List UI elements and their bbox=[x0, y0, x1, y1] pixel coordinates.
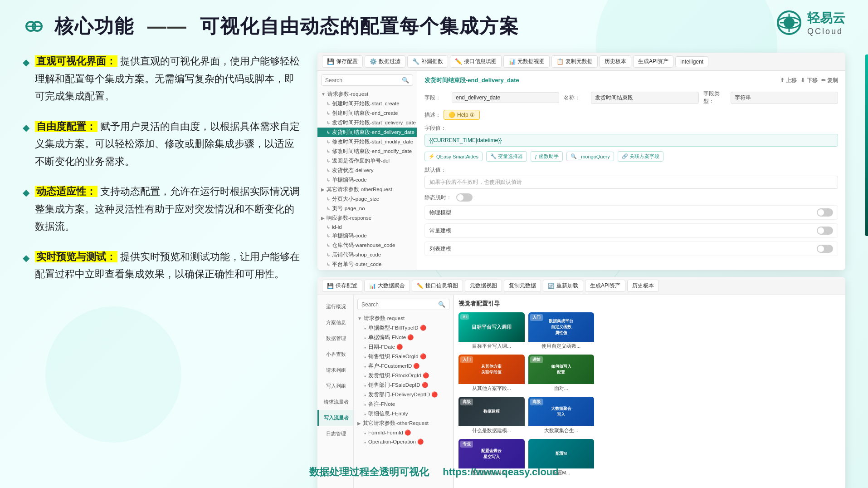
tree-item-outer-code[interactable]: ↳ 平台单号-outer_code bbox=[317, 260, 417, 269]
tree-item-id[interactable]: ↳ id-id bbox=[317, 223, 417, 231]
default-input-field[interactable]: 如果字段若不生效时，也使用默认值请 bbox=[424, 176, 838, 189]
tree-item-code[interactable]: ↳ 单据编码-code bbox=[317, 175, 417, 185]
nav-request-list[interactable]: 请求列组 bbox=[317, 362, 353, 378]
tree-item-end-delivery[interactable]: ↳ 发货时间结束段-end_delivery_date bbox=[317, 128, 417, 137]
bottom-toolbar-save[interactable]: 💾 保存配置 bbox=[322, 280, 362, 292]
tree-item-resp-code[interactable]: ↳ 单据编码-code bbox=[317, 231, 417, 241]
nav-request-flow[interactable]: 请求流量者 bbox=[317, 394, 353, 410]
toolbar-supplement[interactable]: 🔧 补漏据数 bbox=[407, 55, 448, 68]
bottom-tree-fsaledep[interactable]: ↳ 销售部门-FSaleDepID 🔴 bbox=[354, 380, 453, 390]
guide-card-img-3: 进阶 如何做写入配置 bbox=[528, 355, 595, 384]
nav-data-mgmt[interactable]: 数据管理 bbox=[317, 330, 353, 346]
bottom-tree-fsaleorgid[interactable]: ↳ 销售组织-FSaleOrgId 🔴 bbox=[354, 352, 453, 361]
tree-item-start-modify[interactable]: ↳ 修改时间开始段-start_modify_date bbox=[317, 137, 417, 147]
detail-actions: ⬆ 上移 ⬇ 下移 ✏ 复制 bbox=[780, 77, 838, 84]
toggle-physical-switch[interactable] bbox=[817, 208, 833, 217]
highlight-2: 自由度配置： bbox=[35, 121, 98, 132]
tree-item-response[interactable]: ▶ 响应参数-response bbox=[317, 213, 417, 223]
guide-card-label-0: 目标平台写入调... bbox=[458, 342, 525, 351]
screenshots-area: 💾 保存配置 ⚙️ 数据过滤 🔧 补漏据数 ✏️ 接口信息填图 📊 元 bbox=[317, 53, 845, 488]
tree-item-shop[interactable]: ↳ 店铺代码-shop_code bbox=[317, 250, 417, 260]
guide-card-img-6: 专业 配置金蝶云星空写入 bbox=[458, 439, 525, 468]
guide-card-0[interactable]: AI 目标平台写入调用 目标平台写入调... bbox=[458, 312, 525, 351]
field-name-row: 字段： end_delivery_date 名称： 发货时间结束段 字段类型： … bbox=[424, 90, 838, 105]
tree-item-warehouse[interactable]: ↳ 仓库代码-warehouse_code bbox=[317, 241, 417, 250]
field-value-display[interactable]: {{CURRENT_TIME|datetime}} bbox=[424, 134, 838, 147]
bottom-toolbar-api[interactable]: 生成API资产 bbox=[585, 280, 625, 292]
tool-mongo-query[interactable]: 🔍 _mongoQuery bbox=[566, 152, 614, 161]
bottom-toolbar-copy-meta[interactable]: 复制元数据 bbox=[504, 280, 541, 292]
guide-card-2[interactable]: 入门 从其他方案关联学段值 从其他方案字段... bbox=[458, 355, 525, 393]
guide-grid: AI 目标平台写入调用 目标平台写入调... 入门 数据集成平台自定义函数属性值… bbox=[458, 312, 594, 478]
bottom-toolbar-metadata[interactable]: 元数据视图 bbox=[465, 280, 502, 292]
tree-item-start-create[interactable]: ↳ 创建时间开始段-start_create bbox=[317, 99, 417, 108]
tool-function[interactable]: ƒ 函数助手 bbox=[531, 151, 563, 162]
nav-run-overview[interactable]: 运行概况 bbox=[317, 299, 353, 315]
tree-item-page-size[interactable]: ↳ 分页大小-page_size bbox=[317, 194, 417, 204]
tree-item-delivery[interactable]: ↳ 发货状态-delivery bbox=[317, 166, 417, 175]
tool-var-selector[interactable]: 🔧 变量选择器 bbox=[486, 151, 527, 162]
toolbar-history[interactable]: 历史板本 bbox=[600, 55, 631, 68]
tree-item-other-request[interactable]: ▶ 其它请求参数-otherRequest bbox=[317, 185, 417, 194]
header: 核心功能 —— 可视化自由动态的配置每个集成方案 轻易云 QCloud bbox=[0, 0, 868, 48]
save-icon: 💾 bbox=[327, 58, 334, 65]
guide-card-3[interactable]: 进阶 如何做写入配置 面对... bbox=[528, 355, 595, 393]
bottom-tree-fcustomer[interactable]: ↳ 客户-FCustomerID 🔴 bbox=[354, 361, 453, 371]
top-panel: 💾 保存配置 ⚙️ 数据过滤 🔧 补漏据数 ✏️ 接口信息填图 📊 元 bbox=[317, 53, 845, 270]
bottom-tree-fbilltype[interactable]: ↳ 单据类型-FBillTypeID 🔴 bbox=[354, 323, 453, 333]
bullet-diamond-4: ◆ bbox=[23, 250, 29, 266]
toggle-static-switch[interactable] bbox=[456, 193, 473, 202]
bottom-toolbar-history[interactable]: 历史板本 bbox=[627, 280, 659, 292]
toolbar-save-config[interactable]: 💾 保存配置 bbox=[322, 55, 363, 68]
toggle-constant-switch[interactable] bbox=[817, 227, 833, 235]
toolbar-metadata-view[interactable]: 📊 元数据视图 bbox=[503, 55, 550, 68]
guide-card-1[interactable]: 入门 数据集成平台自定义函数属性值 使用自定义函数... bbox=[528, 312, 595, 351]
toolbar-data-filter[interactable]: ⚙️ 数据过滤 bbox=[365, 55, 405, 68]
bottom-tree-request[interactable]: ▼ 请求参数-request bbox=[354, 314, 453, 323]
tree-item-page-no[interactable]: ↳ 页号-page_no bbox=[317, 204, 417, 213]
bottom-toolbar-reload[interactable]: 🔄 重新加载 bbox=[543, 280, 583, 292]
nav-write-flow[interactable]: 写入流量者 bbox=[317, 410, 353, 426]
bottom-search-box[interactable]: 🔍 bbox=[357, 299, 449, 310]
toolbar-api-asset[interactable]: 生成API资产 bbox=[633, 55, 673, 68]
nav-write-list[interactable]: 写入列组 bbox=[317, 378, 353, 394]
bottom-search-input[interactable] bbox=[361, 301, 438, 308]
bottom-tree-fnote[interactable]: ↳ 单据编码-FNote 🔴 bbox=[354, 333, 453, 342]
guide-card-img-0: AI 目标平台写入调用 bbox=[458, 312, 525, 342]
tool-related-field[interactable]: 🔗 关联方案字段 bbox=[618, 151, 663, 162]
tree-item-end-modify[interactable]: ↳ 修改时间结束段-end_modify_date bbox=[317, 147, 417, 156]
move-up-action[interactable]: ⬆ 上移 bbox=[780, 77, 797, 84]
toggle-list-switch[interactable] bbox=[817, 245, 833, 253]
top-search-input[interactable] bbox=[325, 77, 402, 84]
bottom-tree-fentity[interactable]: ↳ 明细信息-FEntity bbox=[354, 409, 453, 419]
tree-item-start-delivery[interactable]: ↳ 发货时间开始段-start_delivery_date bbox=[317, 118, 417, 128]
bottom-tree-fdate[interactable]: ↳ 日期-FDate 🔴 bbox=[354, 342, 453, 352]
move-down-action[interactable]: ⬇ 下移 bbox=[800, 77, 817, 84]
bullet-item-3: ◆ 动态适应性： 支持动态配置，允许在运行时根据实际情况调整集成方案。这种灵活性… bbox=[23, 183, 304, 236]
bottom-tree-fnote2[interactable]: ↳ 备注-FNote bbox=[354, 399, 453, 409]
bottom-toolbar-interface[interactable]: ✏️ 接口信息填图 bbox=[412, 280, 463, 292]
guide-card-4[interactable]: 高级 数据建模 什么是数据建模... bbox=[458, 397, 525, 435]
tool-smart-aids[interactable]: ⚡ QEasy SmartAides bbox=[424, 152, 483, 161]
copy-action[interactable]: ✏ 复制 bbox=[821, 77, 838, 84]
guide-card-5[interactable]: 高级 大数据聚合写入 大数聚集合生... bbox=[528, 397, 595, 435]
tools-row: ⚡ QEasy SmartAides 🔧 变量选择器 ƒ 函数助手 🔍 bbox=[424, 151, 838, 162]
bottom-tree-fdeliverydept[interactable]: ↳ 发货部门-FDeliveryDeptID 🔴 bbox=[354, 390, 453, 399]
bottom-toolbar-big-data[interactable]: 📊 大数据聚合 bbox=[364, 280, 410, 292]
tree-item-request[interactable]: ▼ 请求参数-request bbox=[317, 89, 417, 99]
toolbar-copy-metadata[interactable]: 📋 复制元数据 bbox=[551, 55, 598, 68]
nav-log-mgmt[interactable]: 日志管理 bbox=[317, 426, 353, 442]
bottom-tree-other-request[interactable]: ▶ 其它请求参数-otherRequest bbox=[354, 419, 453, 428]
nav-small-query[interactable]: 小界查数 bbox=[317, 346, 353, 362]
tree-item-print[interactable]: ↳ 打印状态-print bbox=[317, 269, 417, 270]
toolbar-interface-info[interactable]: ✏️ 接口信息填图 bbox=[450, 55, 502, 68]
tree-item-del[interactable]: ↳ 返回是否作废的单号-del bbox=[317, 156, 417, 166]
top-search-box[interactable]: 🔍 bbox=[321, 74, 413, 86]
tree-item-end-create[interactable]: ↳ 创建时间结束段-end_create bbox=[317, 108, 417, 118]
bottom-tree-formid[interactable]: ↳ FormId-FormId 🔴 bbox=[354, 428, 453, 437]
footer-url: https://www.qeasy.cloud bbox=[443, 466, 558, 478]
bottom-tree-operation[interactable]: ↳ Operation-Operation 🔴 bbox=[354, 437, 453, 446]
bottom-tree-fstockorg[interactable]: ↳ 发货组织-FStockOrgId 🔴 bbox=[354, 371, 453, 380]
nav-plan-info[interactable]: 方案信息 bbox=[317, 315, 353, 330]
toolbar-intelligent[interactable]: intelligent bbox=[675, 56, 708, 67]
